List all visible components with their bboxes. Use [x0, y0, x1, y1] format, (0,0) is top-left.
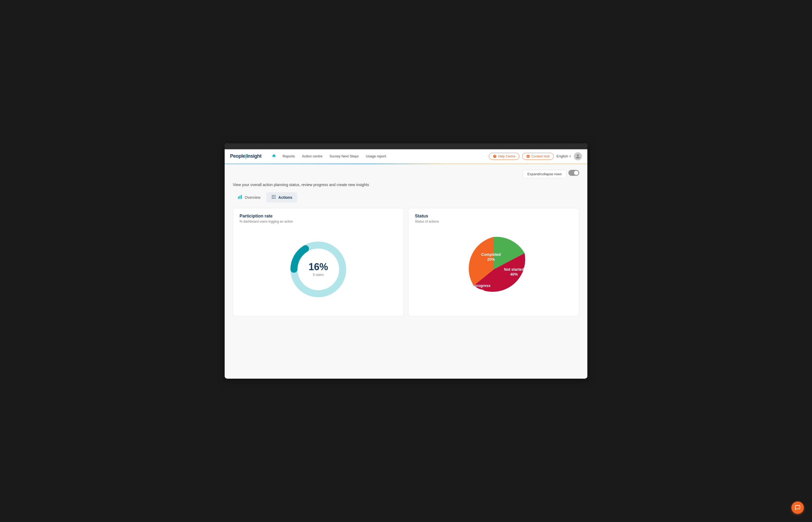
window-chrome	[225, 143, 587, 149]
donut-users: 5 users	[309, 273, 328, 277]
nav-links: Reports Action centre Survey Next Steps …	[270, 152, 389, 161]
reports-nav-link[interactable]: Reports	[280, 153, 298, 160]
svg-text:Completed: Completed	[481, 252, 501, 257]
toggle-knob	[574, 170, 578, 175]
navbar: People|Insight Reports Action centre Sur…	[225, 149, 587, 163]
toggle-button[interactable]	[568, 170, 579, 176]
top-toolbar: Expand/collapse rows	[233, 170, 579, 178]
user-avatar[interactable]	[574, 152, 582, 160]
svg-point-5	[275, 195, 275, 196]
svg-rect-2	[241, 195, 242, 199]
svg-point-6	[272, 197, 273, 197]
participation-title: Particiption rate	[239, 214, 397, 219]
pie-chart: Completed 20% Not started 40% In progres…	[453, 229, 534, 310]
tabs: Overview Actions	[233, 192, 579, 203]
svg-point-3	[272, 195, 273, 196]
svg-text:In progress: In progress	[470, 283, 490, 288]
svg-text:Not started: Not started	[504, 267, 524, 272]
nav-right: Help Centre Content Hub English +	[489, 152, 582, 160]
status-card: Status Status of actions	[408, 208, 579, 316]
svg-point-11	[275, 198, 275, 199]
svg-point-10	[273, 198, 274, 199]
tab-overview[interactable]: Overview	[233, 192, 265, 203]
overview-icon	[238, 195, 243, 200]
svg-text:40%: 40%	[510, 272, 518, 276]
logo: People|Insight	[230, 153, 262, 159]
expand-collapse-button[interactable]: Expand/collapse rows	[523, 170, 566, 178]
actions-icon	[271, 195, 276, 200]
tab-actions-label: Actions	[278, 195, 292, 200]
home-nav-link[interactable]	[270, 152, 278, 161]
svg-text:20%: 20%	[487, 257, 495, 262]
tab-actions[interactable]: Actions	[266, 192, 297, 203]
svg-rect-1	[239, 196, 240, 199]
content-hub-button[interactable]: Content Hub	[522, 153, 554, 160]
participation-card: Particiption rate % dashboard users logg…	[233, 208, 404, 316]
action-centre-nav-link[interactable]: Action centre	[299, 153, 325, 160]
svg-rect-0	[238, 197, 239, 199]
page-description: View your overall action planning status…	[233, 183, 579, 187]
status-title: Status	[415, 214, 573, 219]
status-subtitle: Status of actions	[415, 220, 573, 223]
main-content: Expand/collapse rows View your overall a…	[225, 164, 587, 379]
cards-row: Particiption rate % dashboard users logg…	[233, 208, 579, 316]
tab-overview-label: Overview	[245, 195, 260, 200]
svg-point-8	[275, 197, 275, 197]
usage-report-nav-link[interactable]: Usage report	[363, 153, 389, 160]
svg-text:40%: 40%	[476, 288, 484, 293]
svg-point-4	[273, 195, 274, 196]
donut-percentage: 16%	[309, 262, 328, 272]
survey-next-steps-nav-link[interactable]: Survey Next Steps	[327, 153, 361, 160]
pie-chart-container: Completed 20% Not started 40% In progres…	[415, 229, 573, 310]
svg-point-9	[272, 198, 273, 199]
donut-chart-container: 16% 5 users	[239, 229, 397, 310]
participation-subtitle: % dashboard users logging an action	[239, 220, 397, 223]
svg-point-7	[273, 197, 274, 197]
language-selector[interactable]: English +	[557, 154, 571, 158]
help-centre-button[interactable]: Help Centre	[489, 153, 519, 160]
screen: People|Insight Reports Action centre Sur…	[225, 143, 587, 379]
donut-center: 16% 5 users	[309, 262, 328, 277]
